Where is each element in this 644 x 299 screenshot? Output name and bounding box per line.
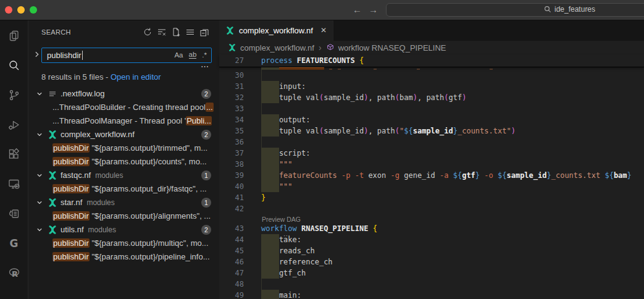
breadcrumb-symbol[interactable]: workflow RNASEQ_PIPELINE — [338, 43, 446, 53]
chevron-down-icon — [36, 172, 43, 179]
activity-run-debug[interactable] — [0, 111, 28, 138]
code-line[interactable]: 48 — [219, 279, 644, 290]
source-control-icon — [7, 88, 21, 102]
indent-guide — [261, 103, 262, 114]
match-text: publishDir "${params.output}/alignments"… — [52, 209, 220, 223]
code-line[interactable]: 38 """ — [219, 159, 644, 170]
line-number: 33 — [219, 103, 244, 114]
code-line[interactable]: 40 """ — [219, 181, 644, 192]
code-line[interactable]: 39 featureCounts -p -t exon -g gene_id -… — [219, 170, 644, 181]
open-in-editor-link[interactable]: Open in editor — [111, 72, 161, 82]
sticky-scroll[interactable]: 27 process FEATURECOUNTS { — [219, 54, 644, 67]
search-result-match[interactable]: publishDir "${params.output}/pipeline_in… — [28, 250, 220, 264]
search-result-file[interactable]: fastqc.nfmodules1 — [28, 169, 220, 182]
breadcrumb-separator: › — [319, 43, 322, 53]
code-line[interactable]: 37 script: — [219, 148, 644, 159]
activity-r-lang[interactable]: R — [0, 259, 28, 287]
code-line[interactable]: 47 gtf_ch — [219, 267, 644, 279]
search-result-match[interactable]: publishDir "${params.output}/trimmed", m… — [28, 141, 220, 155]
search-result-file[interactable]: .nextflow.log2 — [28, 87, 220, 101]
forward-button[interactable]: → — [369, 4, 378, 15]
code-line[interactable]: 42 — [219, 203, 644, 214]
search-sidebar: SEARCH publishdir Aa ab .* ⋯ 8 results i… — [28, 20, 219, 299]
code-line[interactable]: 46 reference_ch — [219, 256, 644, 267]
nextflow-icon — [225, 26, 235, 35]
minimize-window-button[interactable] — [17, 6, 25, 14]
code-area[interactable]: 3031 input:32 tuple val(sample_id), path… — [219, 70, 644, 299]
tab-bar: complex_workflow.nf ✕ — [219, 20, 644, 41]
tab-complex-workflow[interactable]: complex_workflow.nf ✕ — [219, 20, 333, 41]
refresh-icon[interactable] — [143, 27, 153, 37]
match-count-badge: 1 — [201, 171, 211, 180]
activity-account[interactable] — [0, 289, 28, 299]
activity-snippets[interactable] — [0, 200, 28, 227]
code-line[interactable]: 44 take: — [219, 234, 644, 245]
code-line[interactable]: 45 reads_ch — [219, 245, 644, 256]
match-case-toggle[interactable]: Aa — [174, 51, 183, 59]
code-line[interactable]: 31 input: — [219, 81, 644, 92]
search-input[interactable]: publishdir Aa ab .* — [41, 48, 212, 63]
remote-explorer-icon — [7, 177, 21, 191]
code-line[interactable]: 30 — [219, 70, 644, 81]
file-path: modules — [86, 198, 114, 207]
search-result-match[interactable]: publishDir "${params.output}/counts", mo… — [28, 155, 220, 169]
activity-explorer[interactable] — [0, 22, 28, 49]
activity-remote-explorer[interactable] — [0, 171, 28, 198]
codelens[interactable]: Preview DAG — [219, 214, 644, 223]
activity-bar: G R — [0, 20, 28, 299]
close-window-button[interactable] — [5, 6, 12, 14]
code-line[interactable]: 34 output: — [219, 114, 644, 125]
activity-gitlens[interactable]: G — [0, 230, 28, 257]
indent-guide — [261, 137, 262, 148]
code-line[interactable]: 43workflow RNASEQ_PIPELINE {⋯ — [219, 223, 644, 234]
breadcrumb-file[interactable]: complex_workflow.nf — [240, 43, 314, 53]
match-highlight: publishDir — [52, 252, 90, 261]
code-line[interactable]: 35 tuple val(sample_id), path("${sample_… — [219, 125, 644, 137]
line-number: 41 — [219, 192, 244, 203]
zoom-window-button[interactable] — [30, 6, 37, 14]
collapse-all-icon[interactable] — [199, 27, 209, 37]
tab-close-icon[interactable]: ✕ — [320, 20, 327, 41]
search-result-match[interactable]: publishDir "${params.output_dir}/fastqc"… — [28, 182, 220, 196]
new-search-editor-icon[interactable] — [171, 27, 181, 37]
code-line[interactable]: 33 — [219, 103, 644, 114]
nextflow-file-icon — [48, 198, 57, 208]
match-highlight: ... — [206, 103, 214, 112]
line-number: 30 — [219, 70, 244, 81]
activity-search[interactable] — [0, 52, 28, 79]
symbol-workflow-icon — [326, 43, 335, 52]
match-text: ...ThreadPoolManager - Thread pool 'Publ… — [52, 114, 220, 128]
run-debug-icon — [7, 118, 21, 132]
code-line[interactable]: 32 tuple val(sample_id), path(bam), path… — [219, 92, 644, 103]
view-as-list-icon[interactable] — [185, 27, 195, 37]
match-highlight: publishDir — [52, 238, 90, 248]
line-number: 39 — [219, 170, 244, 181]
code-line[interactable]: 41} — [219, 192, 644, 203]
match-text: publishDir "${params.output_dir}/fastqc"… — [52, 182, 220, 196]
search-query: publishdir — [47, 51, 82, 60]
search-result-match[interactable]: publishDir "${params.output}/multiqc", m… — [28, 237, 220, 250]
line-number: 40 — [219, 181, 244, 192]
command-center-search[interactable]: ide_features — [386, 3, 644, 17]
search-details-toggle[interactable]: ⋯ — [201, 62, 209, 71]
whole-word-toggle[interactable]: ab — [189, 51, 197, 59]
code-line[interactable]: 49 main: — [219, 290, 644, 299]
activity-extensions[interactable] — [0, 141, 28, 168]
activity-source-control[interactable] — [0, 82, 28, 109]
clear-results-icon[interactable] — [157, 27, 167, 37]
snippets-icon — [7, 207, 21, 221]
line-number: 43 — [219, 223, 244, 234]
toggle-replace-chevron[interactable] — [33, 51, 41, 58]
search-result-match[interactable]: ...ThreadPoolManager - Thread pool 'Publ… — [28, 114, 220, 128]
search-result-file[interactable]: complex_workflow.nf2 — [28, 128, 220, 141]
search-result-match[interactable]: publishDir "${params.output}/alignments"… — [28, 209, 220, 223]
match-count-badge: 2 — [201, 89, 211, 99]
search-result-file[interactable]: star.nfmodules1 — [28, 196, 220, 209]
regex-toggle[interactable]: .* — [202, 51, 207, 59]
search-result-match[interactable]: ...ThreadPoolBuilder - Creating thread p… — [28, 101, 220, 114]
back-button[interactable]: ← — [353, 4, 362, 15]
nextflow-file-icon — [48, 130, 57, 140]
search-result-file[interactable]: utils.nfmodules2 — [28, 223, 220, 237]
r-lang-icon: R — [7, 266, 21, 280]
code-line[interactable]: 36 — [219, 137, 644, 148]
